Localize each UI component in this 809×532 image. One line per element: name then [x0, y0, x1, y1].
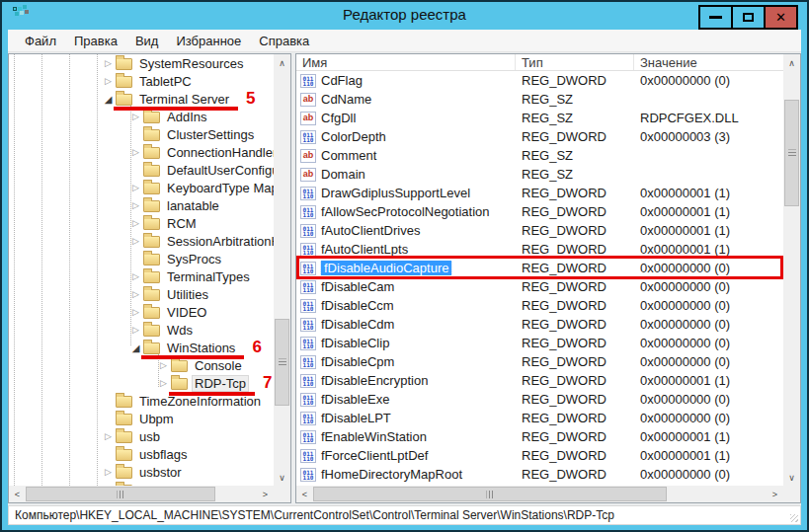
menu-item-0[interactable]: Файл: [16, 32, 65, 50]
scroll-up-icon[interactable]: ∧: [783, 54, 800, 71]
tree-item-usbstor[interactable]: ▷usbstor: [9, 463, 274, 481]
tree-horizontal-scrollbar[interactable]: < >: [9, 486, 274, 502]
close-button[interactable]: ✕: [764, 5, 798, 30]
value-row-fdisableencryption[interactable]: 011110fDisableEncryptionREG_DWORD0x00000…: [296, 371, 783, 390]
scroll-left-icon[interactable]: <: [9, 486, 26, 502]
list-hscroll-thumb[interactable]: [313, 487, 667, 501]
tree-collapsed-icon[interactable]: ▷: [129, 218, 142, 228]
menu-item-4[interactable]: Справка: [250, 32, 318, 50]
tree-item-sessionarbitrationhe[interactable]: ▷SessionArbitrationHe: [9, 232, 274, 250]
value-name: fHomeDirectoryMapRoot: [321, 467, 462, 482]
tree-item-terminaltypes[interactable]: ▷TerminalTypes: [9, 267, 274, 285]
tree-item-video[interactable]: ▷VIDEO: [9, 303, 274, 321]
tree-item-lanatable[interactable]: ▷lanatable: [9, 196, 274, 214]
dword-icon-digits: 110: [303, 212, 314, 217]
column-header-name[interactable]: Имя: [296, 54, 516, 70]
value-row-comment[interactable]: abCommentREG_SZ: [296, 146, 783, 165]
reg-dword-icon: 011110: [300, 280, 316, 294]
tree-collapsed-icon[interactable]: ▷: [102, 431, 115, 441]
value-name: fAutoClientDrives: [321, 223, 420, 238]
tree-collapsed-icon[interactable]: ▷: [129, 307, 142, 317]
tree-item-clustersettings[interactable]: ClusterSettings: [9, 125, 274, 143]
tree-collapsed-icon[interactable]: ▷: [129, 147, 142, 157]
tree-item-console[interactable]: ▷Console: [9, 356, 274, 374]
value-row-cfgdll[interactable]: abCfgDllREG_SZRDPCFGEX.DLL: [296, 109, 783, 127]
tree-collapsed-icon[interactable]: ▷: [129, 200, 142, 210]
value-row-fenablewinstation[interactable]: 011110fEnableWinStationREG_DWORD0x000000…: [296, 427, 783, 446]
tree-item-systemresources[interactable]: ▷SystemResources: [9, 54, 274, 72]
value-row-fdisablelpt[interactable]: 011110fDisableLPTREG_DWORD0x00000000 (0): [296, 409, 783, 427]
value-row-fdisableclip[interactable]: 011110fDisableClipREG_DWORD0x00000000 (0…: [296, 334, 783, 352]
tree-item-usb[interactable]: ▷usb: [9, 427, 274, 445]
list-horizontal-scrollbar[interactable]: < >: [296, 486, 783, 502]
tree-vscroll-thumb[interactable]: [275, 319, 289, 406]
tree-hscroll-thumb[interactable]: [26, 487, 215, 501]
value-row-fhomedirectorymaproot[interactable]: 011110fHomeDirectoryMapRootREG_DWORD0x00…: [296, 465, 783, 484]
title-bar[interactable]: Редактор реестра ✕: [2, 2, 807, 30]
value-row-fdisablecam[interactable]: 011110fDisableCamREG_DWORD0x00000000 (0): [296, 277, 783, 296]
value-row-cdflag[interactable]: 011110CdFlagREG_DWORD0x00000000 (0): [296, 71, 783, 90]
tree-expanded-icon[interactable]: ◢: [129, 342, 142, 353]
value-data: 0x00000001 (1): [634, 242, 783, 257]
tree-item-terminal-server[interactable]: ◢Terminal Server5: [9, 90, 274, 108]
tree-item-connectionhandler[interactable]: ▷ConnectionHandler: [9, 143, 274, 161]
tree-item-utilities[interactable]: ▷Utilities: [9, 285, 274, 303]
tree-collapsed-icon[interactable]: ▷: [129, 236, 142, 246]
registry-tree: ▷SystemResources▷TabletPC◢Terminal Serve…: [9, 54, 274, 486]
value-row-fforceclientlptdef[interactable]: 011110fForceClientLptDefREG_DWORD0x00000…: [296, 446, 783, 465]
maximize-button[interactable]: [731, 5, 766, 30]
list-vscroll-thumb[interactable]: [784, 100, 799, 206]
value-row-drawgdiplussupportlevel[interactable]: 011110DrawGdiplusSupportLevelREG_DWORD0x…: [296, 184, 783, 202]
list-vertical-scrollbar[interactable]: ∧ ∨: [783, 54, 800, 486]
scroll-right-icon[interactable]: >: [257, 486, 274, 502]
value-data: 0x00000003 (3): [634, 129, 783, 144]
tree-item-keyboardtype-mapp[interactable]: ▷KeyboardType Mapp: [9, 179, 274, 196]
tree-collapsed-icon[interactable]: ▷: [102, 58, 115, 68]
tree-item-rdp-tcp[interactable]: ▷RDP-Tcp7: [9, 374, 274, 392]
dword-icon-digits: 110: [303, 381, 314, 386]
value-row-fdisablecdm[interactable]: 011110fDisableCdmREG_DWORD0x00000000 (0): [296, 315, 783, 334]
tree-vertical-scrollbar[interactable]: ∧ ∨: [274, 54, 290, 486]
column-header-value[interactable]: Значение: [634, 54, 783, 70]
tree-collapsed-icon[interactable]: ▷: [157, 360, 170, 370]
value-row-fdisablecpm[interactable]: 011110fDisableCpmREG_DWORD0x00000000 (0): [296, 352, 783, 371]
value-row-fdisableexe[interactable]: 011110fDisableExeREG_DWORD0x00000000 (0): [296, 390, 783, 409]
menu-item-2[interactable]: Вид: [126, 32, 168, 50]
tree-collapsed-icon[interactable]: ▷: [102, 76, 115, 86]
value-name: fDisableExe: [321, 392, 389, 407]
tree-collapsed-icon[interactable]: ▷: [129, 325, 142, 335]
tree-collapsed-icon[interactable]: ▷: [129, 112, 142, 121]
tree-item-defaultuserconfigur[interactable]: DefaultUserConfigur: [9, 161, 274, 179]
menu-item-1[interactable]: Правка: [65, 32, 126, 50]
tree-item-winstations[interactable]: ◢WinStations6: [9, 339, 274, 356]
tree-collapsed-icon[interactable]: ▷: [129, 183, 142, 192]
tree-item-ubpm[interactable]: Ubpm: [9, 410, 274, 427]
tree-collapsed-icon[interactable]: ▷: [129, 271, 142, 281]
value-row-fautoclientdrives[interactable]: 011110fAutoClientDrivesREG_DWORD0x000000…: [296, 221, 783, 240]
tree-collapsed-icon[interactable]: ▷: [102, 467, 115, 477]
tree-item-tabletpc[interactable]: ▷TabletPC: [9, 72, 274, 90]
menu-item-3[interactable]: Избранное: [167, 32, 250, 50]
value-row-cdname[interactable]: abCdNameREG_SZ: [296, 90, 783, 109]
scroll-down-icon[interactable]: ∨: [783, 469, 800, 486]
column-header-type[interactable]: Тип: [516, 54, 634, 70]
scroll-right-icon[interactable]: >: [767, 486, 783, 502]
tree-collapsed-icon[interactable]: ▷: [157, 378, 170, 388]
value-row-fdisableccm[interactable]: 011110fDisableCcmREG_DWORD0x00000000 (0): [296, 296, 783, 315]
value-row-domain[interactable]: abDomainREG_SZ: [296, 165, 783, 184]
minimize-button[interactable]: [698, 5, 733, 30]
resize-grip-icon[interactable]: [790, 514, 798, 522]
tree-item-usbflags[interactable]: usbflags: [9, 445, 274, 463]
tree-item-sysprocs[interactable]: SysProcs: [9, 250, 274, 267]
tree-expanded-icon[interactable]: ◢: [102, 94, 115, 105]
tree-collapsed-icon[interactable]: ▷: [129, 289, 142, 299]
selected-key-path: Компьютер\HKEY_LOCAL_MACHINE\SYSTEM\Curr…: [15, 508, 614, 522]
scroll-down-icon[interactable]: ∨: [274, 469, 290, 486]
value-row-fallowsecprotocolnegotiation[interactable]: 011110fAllowSecProtocolNegotiationREG_DW…: [296, 202, 783, 221]
scroll-up-icon[interactable]: ∧: [274, 54, 290, 71]
scroll-left-icon[interactable]: <: [296, 486, 313, 502]
value-row-colordepth[interactable]: 011110ColorDepthREG_DWORD0x00000003 (3): [296, 127, 783, 146]
tree-item-wds[interactable]: ▷Wds: [9, 321, 274, 339]
tree-item-rcm[interactable]: ▷RCM: [9, 214, 274, 232]
tree-item-addins[interactable]: ▷AddIns: [9, 108, 274, 125]
